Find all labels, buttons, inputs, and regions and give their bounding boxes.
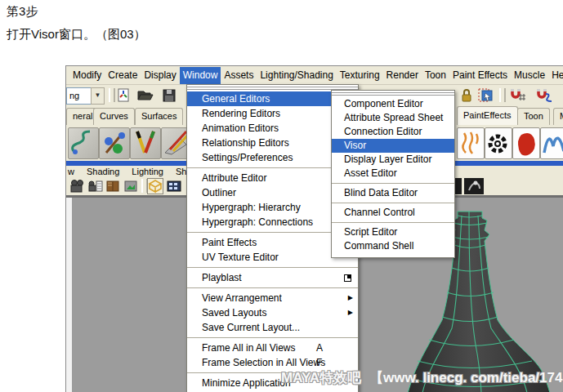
menu-separator (332, 200, 454, 206)
lock-icon[interactable] (459, 87, 476, 104)
panel-menu-view[interactable]: w (68, 167, 74, 176)
hotkey-label: A (316, 341, 323, 355)
menu-tearoff-handle[interactable] (332, 91, 454, 97)
option-box-icon[interactable] (344, 274, 351, 282)
pfx-red-blob-icon[interactable] (512, 127, 540, 159)
menu-item-label: Playblast (202, 272, 242, 283)
submenu-arrow-icon: ▶ (348, 305, 353, 320)
camera-icon[interactable] (69, 178, 85, 194)
joint-tool-icon[interactable] (464, 178, 484, 194)
shelf-tab-muscle[interactable]: M (553, 108, 563, 125)
menu-create[interactable]: Create (105, 67, 141, 84)
menu-window[interactable]: Window (180, 67, 221, 84)
menu-item-view-arrangement[interactable]: View Arrangement ▶ (187, 291, 358, 305)
menu-item-playblast[interactable]: Playblast (187, 270, 358, 285)
menu-separator (332, 180, 454, 186)
menu-lighting-shading[interactable]: Lighting/Shading (257, 67, 336, 84)
status-line-divider[interactable] (109, 88, 115, 102)
menu-item-channel-control[interactable]: Channel Control (332, 206, 454, 220)
menu-item-label: Hypergraph: Hierarchy (202, 202, 301, 213)
menu-item-label: Command Shell (344, 240, 413, 252)
panel-menu-shading[interactable]: Shading (87, 167, 119, 176)
menu-separator (187, 265, 358, 270)
new-scene-icon[interactable] (115, 87, 132, 104)
paint-brush-v-icon[interactable] (130, 127, 161, 159)
paint-brush-hose-icon[interactable] (68, 127, 99, 159)
status-line-divider[interactable] (499, 88, 506, 102)
pfx-blue-m-icon[interactable] (540, 127, 563, 159)
main-menu-bar: Modify Create Display Window Assets Ligh… (66, 66, 563, 85)
instruction-text: 打开Visor窗口。（图03） (7, 27, 146, 42)
snap-to-curves-icon[interactable] (534, 87, 550, 104)
menu-item-label: Relationship Editors (202, 137, 289, 149)
menu-paint-effects[interactable]: Paint Effects (449, 67, 511, 84)
menu-item-label: Channel Control (344, 207, 415, 218)
select-object-icon[interactable] (477, 87, 494, 104)
shelf-tab-curves[interactable]: Curves (93, 108, 135, 125)
menu-item-label: Visor (344, 140, 366, 151)
menu-item-save-current-layout[interactable]: Save Current Layout... (187, 320, 358, 335)
menu-item-attribute-spread-sheet[interactable]: Attribute Spread Sheet (332, 111, 454, 125)
bookmark-book-icon[interactable] (105, 178, 121, 194)
pfx-black-scribble-icon[interactable] (485, 127, 512, 159)
menu-item-script-editor[interactable]: Script Editor (332, 225, 454, 239)
watermark-brand: MAYA特效吧 (281, 370, 361, 385)
menu-separator (187, 335, 358, 341)
image-plane-icon[interactable] (123, 178, 139, 194)
menu-item-label: Blind Data Editor (344, 187, 418, 198)
menu-item-frame-all[interactable]: Frame All in All Views A (187, 341, 358, 355)
menu-render[interactable]: Render (383, 67, 422, 84)
menu-item-label: Display Layer Editor (344, 154, 431, 165)
menu-item-label: Connection Editor (344, 126, 422, 137)
menu-item-label: View Arrangement (202, 292, 282, 304)
menu-item-label: Paint Effects (202, 237, 257, 248)
shelf-tab-toon[interactable]: Toon (517, 108, 550, 125)
menu-assets[interactable]: Assets (221, 67, 257, 84)
menu-item-label: Attribute Spread Sheet (344, 112, 443, 123)
menu-item-label: Settings/Preferences (202, 152, 293, 163)
menu-muscle[interactable]: Muscle (511, 67, 548, 84)
menu-display[interactable]: Display (141, 67, 179, 84)
camera-attributes-icon[interactable] (87, 178, 103, 194)
menu-toon[interactable]: Toon (422, 67, 449, 84)
menu-item-label: Attribute Editor (202, 172, 266, 184)
menu-item-label: Frame All in All Views (202, 342, 296, 354)
wireframe-grid-icon[interactable] (147, 178, 163, 194)
watermark: MAYA特效吧【www. linecg. com/tieba/1745】 (281, 368, 563, 387)
general-editors-submenu-panel: Component Editor Attribute Spread Sheet … (331, 90, 455, 258)
menu-item-display-layer-editor[interactable]: Display Layer Editor (332, 153, 454, 167)
menu-set-dropdown-arrow-icon[interactable]: ▼ (91, 87, 105, 105)
menu-modify[interactable]: Modify (69, 67, 105, 84)
menu-item-component-editor[interactable]: Component Editor (332, 97, 454, 111)
menu-help[interactable]: Hel (548, 67, 563, 84)
step-title: 第3步 (7, 4, 38, 20)
menu-item-label: Frame Selection in All Views (202, 357, 325, 368)
menu-item-label: Animation Editors (202, 122, 279, 134)
menu-item-label: Hypergraph: Connections (202, 216, 313, 228)
menu-texturing[interactable]: Texturing (337, 67, 383, 84)
menu-item-saved-layouts[interactable]: Saved Layouts ▶ (187, 305, 358, 320)
snap-to-grids-icon[interactable] (507, 87, 524, 104)
panel-menu-lighting[interactable]: Lighting (132, 167, 163, 176)
menu-item-label: Rendering Editors (202, 108, 280, 119)
shelf-tab-painteffects[interactable]: PaintEffects (457, 106, 518, 125)
menu-item-blind-data-editor[interactable]: Blind Data Editor (332, 186, 454, 200)
menu-item-label: General Editors (202, 93, 270, 105)
menu-item-command-shell[interactable]: Command Shell (332, 239, 454, 253)
paint-brush-balls-icon[interactable] (99, 127, 130, 159)
menu-item-connection-editor[interactable]: Connection Editor (332, 125, 454, 139)
menu-item-label: Outliner (202, 187, 236, 198)
menu-item-visor[interactable]: Visor (332, 139, 454, 153)
menu-item-label: Minimize Application (202, 377, 291, 389)
watermark-url: 【www. linecg. com/tieba/1745】 (369, 370, 563, 385)
tutorial-page: 第3步 打开Visor窗口。（图03） Modify Create Displa… (0, 0, 563, 392)
pfx-orange-scribble-icon[interactable] (457, 127, 485, 159)
menu-item-label: Save Current Layout... (202, 322, 300, 333)
shelf-tab-surfaces[interactable]: Surfaces (135, 108, 183, 125)
menu-item-asset-editor[interactable]: Asset Editor (332, 167, 454, 180)
save-scene-icon[interactable] (161, 87, 177, 104)
menu-separator (187, 285, 358, 291)
menu-item-label: Saved Layouts (202, 307, 266, 318)
open-scene-icon[interactable] (136, 87, 153, 104)
film-gate-icon[interactable] (166, 178, 182, 194)
